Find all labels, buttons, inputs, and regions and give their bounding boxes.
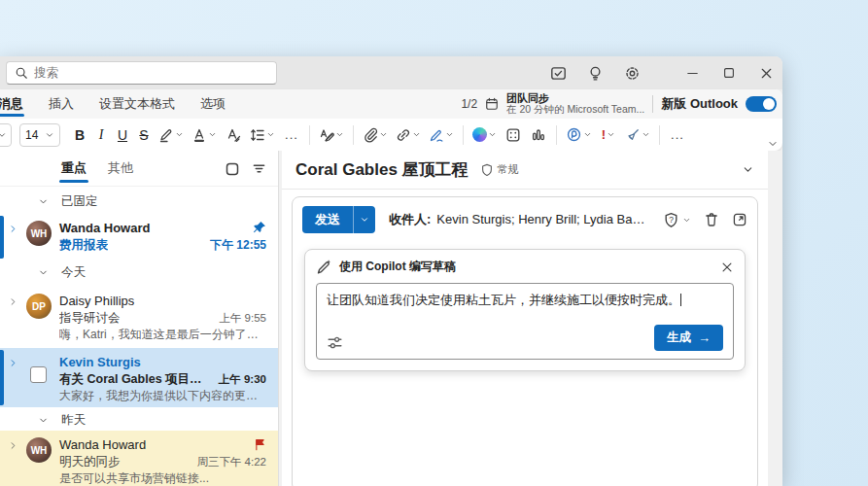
collapse-header-chevron[interactable]: [742, 163, 754, 176]
pin-icon[interactable]: [253, 221, 266, 234]
sweep-broom-icon: [625, 127, 641, 143]
mail-item-daisy[interactable]: DP Daisy Phillips 指导研讨会 上午 9:55 嗨，Katri，…: [0, 287, 278, 346]
copilot-prompt-text: 让团队知道我们决定使用粘土瓦片，并继续施工以便按时完成。: [327, 293, 680, 307]
loop-button[interactable]: [563, 122, 595, 148]
line-spacing-button[interactable]: [247, 122, 278, 148]
expand-chevron-icon[interactable]: [8, 440, 18, 451]
paperclip-icon: [363, 127, 378, 143]
new-outlook-label: 新版 Outlook: [661, 95, 738, 113]
mail-subject-title: Coral Gables 屋顶工程: [295, 158, 469, 181]
chevron-down-icon: [266, 130, 275, 139]
poll-button[interactable]: [527, 122, 550, 148]
meeting-reminder[interactable]: 团队同步 在 20 分钟的 Microsoft Team...: [506, 92, 644, 116]
strikethrough-glyph: S: [139, 127, 148, 143]
underline-button[interactable]: U: [113, 122, 132, 148]
copilot-button[interactable]: [469, 122, 500, 148]
group-header-today[interactable]: 今天: [0, 260, 278, 285]
lightbulb-icon: [587, 65, 604, 82]
italic-button[interactable]: I: [91, 122, 111, 148]
chevron-down-icon: [360, 215, 369, 225]
mail-item-pinned[interactable]: WH Wanda Howard 费用报表 下午 12:55: [0, 214, 278, 260]
strikethrough-button[interactable]: S: [134, 122, 154, 148]
tab-focused[interactable]: 重点: [53, 151, 94, 186]
select-mode-icon[interactable]: [225, 161, 240, 177]
chevron-down-icon: [607, 130, 615, 139]
avatar: DP: [26, 294, 52, 319]
tab-format-text[interactable]: 设置文本格式: [87, 89, 188, 119]
mail-checkbox[interactable]: [30, 366, 47, 383]
send-button[interactable]: 发送: [302, 206, 353, 233]
ellipsis-glyph: ...: [285, 127, 298, 142]
calendar-icon: [485, 97, 499, 111]
flag-icon[interactable]: [254, 438, 266, 451]
mail-subject: 明天的同步: [59, 454, 121, 470]
format-toolbar: 14 B I U S ...: [0, 119, 769, 151]
send-row: 发送 收件人:Kevin Sturgis; Henry Brill; Lydia…: [293, 197, 757, 241]
generate-button[interactable]: 生成 →: [654, 325, 723, 351]
mail-preview: 是否可以共享市场营销链接...: [59, 470, 266, 486]
expand-chevron-icon[interactable]: [8, 296, 18, 307]
bold-button[interactable]: B: [70, 122, 89, 148]
mail-time: 上午 9:55: [219, 311, 266, 326]
tab-insert[interactable]: 插入: [36, 89, 87, 119]
importance-high-button[interactable]: !: [597, 122, 620, 148]
clear-format-button[interactable]: [222, 122, 245, 148]
close-icon[interactable]: [720, 260, 734, 274]
more-options-button[interactable]: ...: [666, 122, 689, 148]
group-header-pinned[interactable]: 已固定: [0, 190, 278, 214]
attach-file-button[interactable]: [360, 122, 391, 148]
notes-button[interactable]: [549, 64, 567, 82]
tab-message[interactable]: 消息: [0, 89, 36, 119]
send-split-button[interactable]: 发送: [302, 206, 375, 233]
search-input[interactable]: [34, 66, 268, 80]
filter-icon[interactable]: [252, 161, 266, 176]
group-header-yesterday[interactable]: 昨天: [0, 409, 278, 431]
underline-glyph: U: [118, 127, 127, 143]
adjust-sliders-icon[interactable]: [327, 334, 343, 351]
divider: [353, 125, 354, 145]
expand-chevron-icon[interactable]: [8, 224, 18, 234]
search-box[interactable]: [6, 61, 277, 85]
minimize-button[interactable]: [683, 64, 701, 82]
highlight-button[interactable]: [156, 122, 187, 148]
mail-sender: Wanda Howard: [59, 437, 146, 452]
signature-button[interactable]: [426, 122, 457, 148]
maximize-button[interactable]: [720, 64, 738, 82]
tab-other[interactable]: 其他: [100, 151, 141, 186]
font-color-button[interactable]: [189, 122, 220, 148]
open-in-window-icon[interactable]: [732, 212, 747, 227]
styles-button[interactable]: [316, 122, 347, 148]
ellipsis-glyph: ...: [671, 127, 684, 142]
more-format-button[interactable]: ...: [280, 122, 303, 148]
copilot-prompt-input[interactable]: 让团队知道我们决定使用粘土瓦片，并继续施工以便按时完成。 生成 →: [316, 283, 734, 360]
search-icon: [15, 66, 28, 80]
tab-options[interactable]: 选项: [188, 89, 238, 119]
settings-button[interactable]: [623, 64, 641, 82]
mail-item-wanda-yesterday[interactable]: WH Wanda Howard 明天的同步 周三下午 4:22 是否可以共享市场…: [0, 431, 278, 486]
recipients-field[interactable]: 收件人:Kevin Sturgis; Henry Brill; Lydia Ba…: [389, 211, 649, 228]
divider: [309, 125, 310, 145]
arrow-right-icon: →: [698, 330, 711, 345]
mail-sender: Kevin Sturgis: [59, 355, 141, 369]
list-header: 重点 其他: [0, 151, 278, 187]
send-options-button[interactable]: [353, 206, 375, 233]
close-button[interactable]: [757, 64, 775, 82]
mail-item-kevin[interactable]: Kevin Sturgis 有关 Coral Gables 项目的更新 上午 9…: [0, 348, 278, 407]
toggle-knob: [763, 98, 775, 110]
expand-chevron-icon[interactable]: [8, 358, 18, 368]
protection-button[interactable]: ?: [663, 212, 691, 228]
new-outlook-toggle[interactable]: [746, 96, 777, 112]
sensitivity-label[interactable]: 常规: [480, 162, 519, 177]
sweep-button[interactable]: [622, 122, 653, 148]
collapse-ribbon-button[interactable]: [767, 138, 779, 150]
insert-link-button[interactable]: [393, 122, 424, 148]
tips-button[interactable]: [586, 64, 604, 82]
font-size-select[interactable]: 14: [19, 123, 60, 147]
apps-button[interactable]: [502, 122, 525, 148]
mail-preview: 嗨，Katri，我知道这是最后一分钟了，但...: [59, 327, 266, 343]
discard-trash-icon[interactable]: [704, 212, 719, 227]
font-family-select[interactable]: [0, 123, 12, 147]
scrollbar-gutter[interactable]: [768, 151, 782, 486]
content-area: 重点 其他 已固定 WH Wanda Howard: [0, 151, 782, 486]
chevron-down-icon: [445, 130, 454, 139]
